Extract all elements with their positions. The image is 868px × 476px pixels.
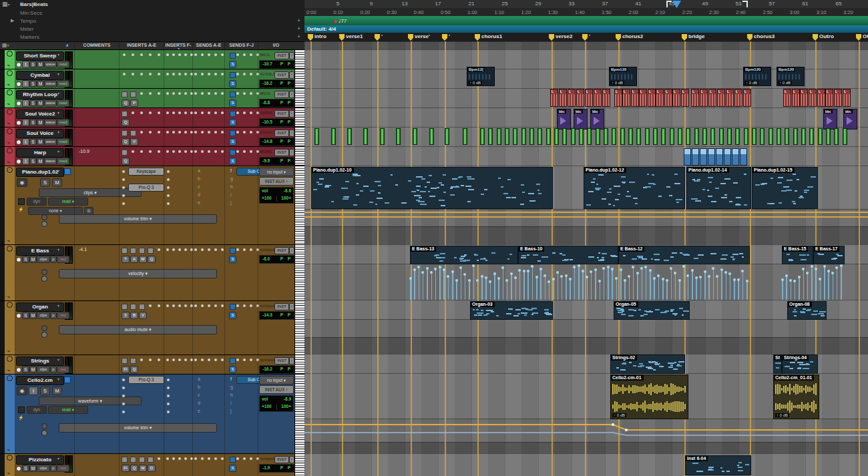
send-slot-dot[interactable] — [256, 92, 259, 95]
velocity-stem[interactable] — [553, 279, 554, 300]
send-slot-dot[interactable] — [250, 73, 252, 75]
col-inserts-ae[interactable]: INSERTS A-E — [120, 43, 164, 47]
note-clip-bar[interactable] — [537, 128, 542, 145]
marker-label[interactable]: intro — [314, 33, 327, 39]
lane-collapse-icon[interactable] — [41, 332, 47, 338]
send-slot-dot[interactable] — [256, 131, 259, 134]
harp-clip-cell[interactable] — [724, 148, 731, 166]
solo-button[interactable]: S — [29, 61, 37, 68]
insert-slot-dot[interactable] — [178, 248, 181, 251]
view-selector-button[interactable]: wave — [44, 61, 57, 68]
insert-slot-dot[interactable] — [132, 150, 134, 153]
insert-slot-dot[interactable] — [122, 178, 125, 181]
vox-clip[interactable]: bbc — [823, 109, 837, 130]
velocity-dot[interactable] — [493, 272, 496, 275]
timebase-icon[interactable]: ⚡ — [18, 415, 24, 421]
insert-slot-dot[interactable] — [184, 111, 187, 114]
insert-slot-dot[interactable] — [158, 457, 160, 460]
solo-button[interactable]: S — [22, 366, 29, 373]
io-fader-icon[interactable]: ↑ — [289, 110, 294, 117]
midi-clip-organ[interactable]: Organ-03 — [470, 301, 553, 320]
insert-assign-v[interactable]: V — [139, 312, 147, 319]
audio-clip-cello[interactable]: Cello2-cm_01-01↑ 0 dB — [773, 375, 819, 419]
col-io[interactable]: I/O — [258, 43, 294, 47]
selection-in-marker[interactable] — [666, 1, 672, 7]
selection-out-marker[interactable] — [742, 1, 748, 7]
note-clip-bar[interactable] — [719, 128, 724, 145]
io-fader-icon[interactable]: ↑ — [289, 130, 294, 137]
velocity-stem[interactable] — [828, 271, 829, 300]
insert-slot-used[interactable] — [139, 304, 145, 310]
insert-slot-dot[interactable] — [167, 387, 170, 389]
insert-slot-dot[interactable] — [166, 359, 169, 361]
note-clip-bar[interactable] — [834, 128, 839, 145]
send-slot-dot[interactable] — [236, 73, 239, 75]
record-arm-button[interactable] — [16, 159, 21, 164]
velocity-dot[interactable] — [535, 276, 538, 278]
record-arm-button[interactable] — [16, 101, 21, 106]
send-solo-button[interactable]: S — [229, 158, 236, 165]
insert-slot-dot[interactable] — [167, 186, 170, 189]
loop-clip-cell[interactable]: L — [700, 89, 708, 107]
send-solo-button[interactable]: S — [229, 312, 236, 319]
note-clip-bar[interactable] — [785, 128, 789, 145]
insert-assign-m[interactable]: M — [139, 256, 147, 263]
velocity-dot[interactable] — [539, 268, 542, 270]
velocity-stem[interactable] — [700, 277, 702, 300]
track-color-strip[interactable]: ⬎ — [5, 69, 15, 88]
meter-add-button[interactable]: + — [297, 25, 300, 32]
insert-slot-dot[interactable] — [149, 111, 152, 114]
marker-label[interactable]: bridge — [688, 33, 704, 39]
note-clip-bar[interactable] — [587, 128, 592, 145]
velocity-dot[interactable] — [737, 278, 740, 281]
insert-slot-used[interactable] — [130, 358, 136, 364]
insert-slot-dot[interactable] — [166, 248, 169, 251]
freeze-icon[interactable] — [7, 109, 13, 115]
velocity-dot[interactable] — [447, 275, 449, 278]
io-input-label[interactable]: MON/L — [260, 150, 272, 154]
send-slot-dot[interactable] — [208, 92, 210, 95]
insert-slot-dot[interactable] — [166, 111, 169, 114]
note-clip-bar[interactable] — [744, 128, 748, 145]
send-slot-dot[interactable] — [201, 150, 204, 153]
playlist-button[interactable]: p — [50, 312, 57, 319]
view-selector-button[interactable]: wave — [44, 138, 57, 146]
velocity-stem[interactable] — [490, 282, 491, 300]
velocity-stem[interactable] — [782, 280, 783, 300]
midi-clip-ebass[interactable]: E Bass-15 — [782, 246, 813, 264]
dyn-button[interactable]: dyn — [27, 406, 47, 414]
mute-button[interactable]: M — [37, 119, 44, 126]
velocity-dot[interactable] — [556, 271, 559, 274]
arrange-row[interactable] — [304, 49, 868, 69]
send-slot-dot[interactable] — [208, 111, 210, 114]
lane-collapse-icon[interactable] — [41, 325, 47, 331]
insert-assign-d[interactable]: D — [148, 465, 156, 472]
track-name-menu-icon[interactable]: ▾ — [57, 247, 59, 252]
insert-slot-dot[interactable] — [184, 131, 187, 134]
freeze-icon[interactable] — [7, 167, 13, 173]
loop-clip-cell[interactable]: L — [681, 89, 689, 107]
lane-selector-volume-trim[interactable]: volume trim ▾ — [59, 423, 217, 433]
velocity-stem[interactable] — [786, 276, 787, 300]
insert-slot-dot[interactable] — [123, 53, 126, 56]
insert-slot-dot[interactable] — [140, 92, 143, 95]
loop-clip-cell[interactable]: L — [568, 89, 576, 107]
note-clip-bar[interactable] — [735, 128, 740, 145]
velocity-dot[interactable] — [678, 279, 681, 282]
velocity-stem[interactable] — [654, 278, 655, 300]
track-color-strip[interactable]: ⬎ — [5, 89, 15, 107]
io-volume-display[interactable]: -6.8PP — [259, 99, 294, 107]
velocity-dot[interactable] — [582, 270, 584, 272]
midi-clip-piano[interactable]: Piano.dup1.02-10 — [311, 167, 553, 209]
io-output-selector[interactable]: INST — [274, 247, 289, 254]
input-monitor-button[interactable]: I — [29, 387, 38, 395]
loop-clip-cell[interactable]: L — [717, 89, 725, 107]
insert-slot-dot[interactable] — [184, 359, 187, 361]
note-clip-bar[interactable] — [604, 128, 608, 145]
note-clip-bar[interactable] — [752, 128, 756, 145]
audio-clip-bpm120[interactable]: Bpm12(↑ 0 dB — [467, 67, 495, 86]
note-clip-bar[interactable] — [826, 128, 831, 145]
send-solo-button[interactable]: S — [229, 80, 236, 87]
velocity-stem[interactable] — [477, 280, 479, 300]
io-fader-icon[interactable]: ↑ — [289, 71, 294, 79]
